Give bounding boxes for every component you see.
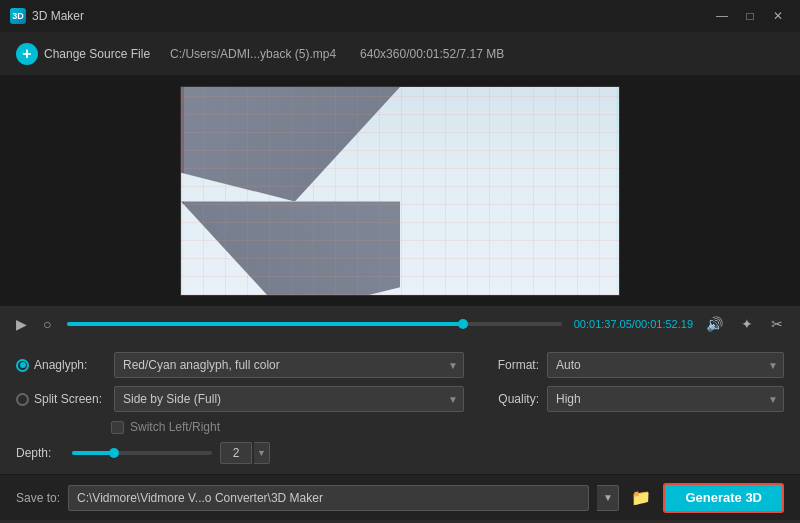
anaglyph-select-wrapper: Red/Cyan anaglyph, full color Red/Cyan a…	[114, 352, 464, 378]
depth-dropdown-btn[interactable]: ▼	[254, 442, 270, 464]
quality-select-wrapper: High Medium Low ▼	[547, 386, 784, 412]
minimize-button[interactable]: —	[710, 6, 734, 26]
title-bar: 3D 3D Maker — □ ✕	[0, 0, 800, 32]
save-label: Save to:	[16, 491, 60, 505]
save-path-dropdown-btn[interactable]: ▼	[597, 485, 619, 511]
close-button[interactable]: ✕	[766, 6, 790, 26]
title-bar-left: 3D 3D Maker	[10, 8, 84, 24]
switch-lr-checkbox[interactable]	[111, 421, 124, 434]
change-source-label: Change Source File	[44, 47, 150, 61]
quality-row: Quality: High Medium Low ▼	[484, 386, 784, 412]
quality-select[interactable]: High Medium Low	[547, 386, 784, 412]
format-row: Format: Auto MP4 AVI MKV MOV ▼	[484, 352, 784, 378]
depth-value: 2	[220, 442, 252, 464]
folder-browse-button[interactable]: 📁	[627, 488, 655, 507]
split-screen-radio-dot	[16, 393, 29, 406]
save-path-input[interactable]	[68, 485, 589, 511]
building-scene	[181, 87, 619, 295]
settings-panel: Anaglyph: Red/Cyan anaglyph, full color …	[0, 342, 800, 474]
anaglyph-row: Anaglyph: Red/Cyan anaglyph, full color …	[16, 352, 464, 378]
toolbar: + Change Source File C:/Users/ADMI...yba…	[0, 32, 800, 76]
maximize-button[interactable]: □	[738, 6, 762, 26]
split-screen-select-wrapper: Side by Side (Full) Side by Side (Half) …	[114, 386, 464, 412]
cut-button[interactable]: ✂	[766, 314, 788, 334]
effects-button[interactable]: ✦	[736, 314, 758, 334]
split-screen-select[interactable]: Side by Side (Full) Side by Side (Half) …	[114, 386, 464, 412]
time-display: 00:01:37.05/00:01:52.19	[574, 318, 693, 330]
save-bar: Save to: ▼ 📁 Generate 3D	[0, 474, 800, 520]
video-preview	[180, 86, 620, 296]
switch-lr-row: Switch Left/Right	[111, 420, 464, 434]
depth-slider[interactable]	[72, 451, 212, 455]
change-source-button[interactable]: + Change Source File	[16, 43, 150, 65]
add-icon: +	[16, 43, 38, 65]
split-screen-label: Split Screen:	[34, 392, 102, 406]
progress-bar[interactable]	[67, 322, 561, 326]
switch-lr-label: Switch Left/Right	[130, 420, 220, 434]
stop-button[interactable]: ○	[39, 314, 55, 334]
preview-area	[0, 76, 800, 306]
anaglyph-select[interactable]: Red/Cyan anaglyph, full color Red/Cyan a…	[114, 352, 464, 378]
split-screen-radio[interactable]: Split Screen:	[16, 392, 106, 406]
app-title: 3D Maker	[32, 9, 84, 23]
play-button[interactable]: ▶	[12, 314, 31, 334]
progress-fill	[67, 322, 462, 326]
format-label: Format:	[484, 358, 539, 372]
split-screen-row: Split Screen: Side by Side (Full) Side b…	[16, 386, 464, 412]
depth-slider-thumb[interactable]	[109, 448, 119, 458]
depth-slider-fill	[72, 451, 114, 455]
quality-label: Quality:	[484, 392, 539, 406]
left-settings: Anaglyph: Red/Cyan anaglyph, full color …	[16, 352, 464, 464]
depth-value-wrapper: 2 ▼	[220, 442, 270, 464]
format-select-wrapper: Auto MP4 AVI MKV MOV ▼	[547, 352, 784, 378]
anaglyph-radio-dot	[16, 359, 29, 372]
progress-thumb	[458, 319, 468, 329]
window-controls: — □ ✕	[710, 6, 790, 26]
file-details: 640x360/00:01:52/7.17 MB	[360, 47, 504, 61]
player-controls: ▶ ○ 00:01:37.05/00:01:52.19 🔊 ✦ ✂	[0, 306, 800, 342]
app-icon: 3D	[10, 8, 26, 24]
anaglyph-label: Anaglyph:	[34, 358, 87, 372]
right-settings: Format: Auto MP4 AVI MKV MOV ▼ Quality: …	[484, 352, 784, 464]
generate-3d-button[interactable]: Generate 3D	[663, 483, 784, 513]
file-path: C:/Users/ADMI...yback (5).mp4	[170, 47, 336, 61]
volume-button[interactable]: 🔊	[701, 314, 728, 334]
depth-row: Depth: 2 ▼	[16, 442, 464, 464]
anaglyph-radio[interactable]: Anaglyph:	[16, 358, 106, 372]
depth-label: Depth:	[16, 446, 64, 460]
format-select[interactable]: Auto MP4 AVI MKV MOV	[547, 352, 784, 378]
